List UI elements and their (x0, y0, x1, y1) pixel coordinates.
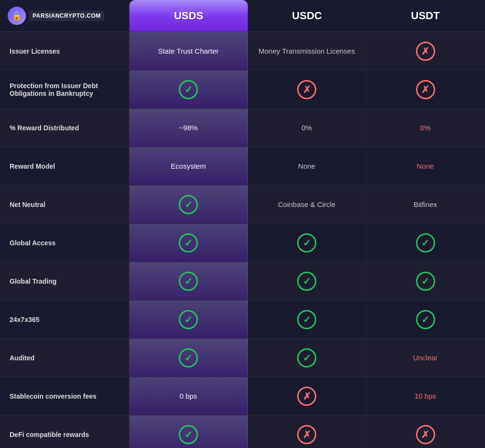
feature-audited: Audited (0, 339, 129, 377)
value-cell-usds-col: 0 bps (129, 377, 248, 415)
feature-defi-rewards: DeFi compatible rewards (0, 415, 129, 448)
check-icon: ✓ (297, 272, 316, 291)
comparison-table: 🔒 PARSIANCRYPTO.COM USDS USDC USDT Issue… (0, 0, 485, 448)
logo-text: PARSIANCRYPTO.COM (29, 11, 104, 21)
value-cell-usdc-col: ✓ (248, 224, 366, 262)
feature-reward-model: Reward Model (0, 147, 129, 185)
value-cell-usdt-col: ✗ (366, 32, 485, 70)
value-cell-usds-col: ✓ (129, 224, 248, 262)
table-row: Stablecoin conversion fees0 bps✗10 bps (0, 377, 485, 415)
value-cell-usdc-col: ✗ (248, 377, 366, 415)
cross-icon: ✗ (416, 425, 435, 444)
feature-issuer-licenses: Issuer Licenses (0, 32, 129, 70)
check-icon: ✓ (297, 233, 316, 253)
table-header: 🔒 PARSIANCRYPTO.COM USDS USDC USDT (0, 0, 485, 32)
check-icon: ✓ (179, 80, 198, 99)
logo-cell: 🔒 PARSIANCRYPTO.COM (0, 0, 129, 32)
cross-icon: ✗ (297, 387, 316, 406)
value-cell-usdc-col: None (248, 147, 366, 185)
value-cell-usdc-col: ✓ (248, 262, 366, 300)
value-cell-usds-col: ✓ (129, 185, 248, 223)
table-row: Audited✓✓Unclear (0, 339, 485, 377)
check-icon: ✓ (416, 310, 435, 329)
value-cell-usds-col: ✓ (129, 339, 248, 377)
check-icon: ✓ (297, 348, 316, 368)
check-icon: ✓ (416, 233, 435, 253)
value-cell-usdc-col: ✓ (248, 300, 366, 338)
value-cell-usdc-col: Coinbase & Circle (248, 185, 366, 223)
logo: 🔒 PARSIANCRYPTO.COM (8, 7, 104, 25)
col-header-usdc: USDC (248, 0, 366, 32)
check-icon: ✓ (179, 425, 198, 444)
feature-global-access: Global Access (0, 224, 129, 262)
logo-icon: 🔒 (8, 7, 26, 25)
table-row: Global Access✓✓✓ (0, 224, 485, 262)
value-cell-usdt-col: 10 bps (366, 377, 485, 415)
value-cell-usdt-col: 0% (366, 109, 485, 147)
table-row: DeFi compatible rewards✓✗✗ (0, 415, 485, 448)
table-row: Reward ModelEcosystemNoneNone (0, 147, 485, 185)
check-icon: ✓ (179, 233, 198, 253)
value-cell-usds-col: ✓ (129, 300, 248, 338)
table-row: % Reward Distributed~98%0%0% (0, 109, 485, 147)
value-cell-usds-col: ~98% (129, 109, 248, 147)
value-cell-usds-col: ✓ (129, 70, 248, 108)
value-cell-usds-col: ✓ (129, 262, 248, 300)
table-row: Issuer LicensesState Trust CharterMoney … (0, 32, 485, 70)
value-cell-usds-col: Ecosystem (129, 147, 248, 185)
check-icon: ✓ (179, 195, 198, 214)
check-icon: ✓ (179, 272, 198, 291)
value-cell-usdc-col: Money Transmission Licenses (248, 32, 366, 70)
col-header-usdt: USDT (366, 0, 485, 32)
value-cell-usdt-col: Unclear (366, 339, 485, 377)
value-cell-usdt-col: None (366, 147, 485, 185)
table-body: Issuer LicensesState Trust CharterMoney … (0, 32, 485, 448)
value-cell-usdc-col: 0% (248, 109, 366, 147)
value-cell-usdt-col: ✓ (366, 262, 485, 300)
check-icon: ✓ (416, 272, 435, 291)
table-row: Net Neutral✓Coinbase & CircleBitfinex (0, 185, 485, 224)
value-cell-usdt-col: Bitfinex (366, 185, 485, 223)
feature-net-neutral: Net Neutral (0, 185, 129, 223)
feature-24x7x365: 24x7x365 (0, 300, 129, 338)
value-cell-usdc-col: ✗ (248, 70, 366, 108)
feature-protection-debt: Protection from Issuer Debt Obligations … (0, 70, 129, 108)
cross-icon: ✗ (416, 42, 435, 61)
feature-global-trading: Global Trading (0, 262, 129, 300)
feature-reward-distributed: % Reward Distributed (0, 109, 129, 147)
table-row: Global Trading✓✓✓ (0, 262, 485, 300)
col-header-usds: USDS (129, 0, 248, 32)
cross-icon: ✗ (416, 80, 435, 99)
cross-icon: ✗ (297, 80, 316, 99)
value-cell-usdc-col: ✗ (248, 415, 366, 448)
table-row: Protection from Issuer Debt Obligations … (0, 70, 485, 109)
value-cell-usdc-col: ✓ (248, 339, 366, 377)
feature-stablecoin-conversion: Stablecoin conversion fees (0, 377, 129, 415)
value-cell-usdt-col: ✗ (366, 415, 485, 448)
table-row: 24x7x365✓✓✓ (0, 300, 485, 339)
check-icon: ✓ (179, 310, 198, 329)
check-icon: ✓ (297, 310, 316, 329)
check-icon: ✓ (179, 348, 198, 368)
value-cell-usdt-col: ✗ (366, 70, 485, 108)
value-cell-usds-col: ✓ (129, 415, 248, 448)
value-cell-usdt-col: ✓ (366, 300, 485, 338)
value-cell-usds-col: State Trust Charter (129, 32, 248, 70)
cross-icon: ✗ (297, 425, 316, 444)
value-cell-usdt-col: ✓ (366, 224, 485, 262)
